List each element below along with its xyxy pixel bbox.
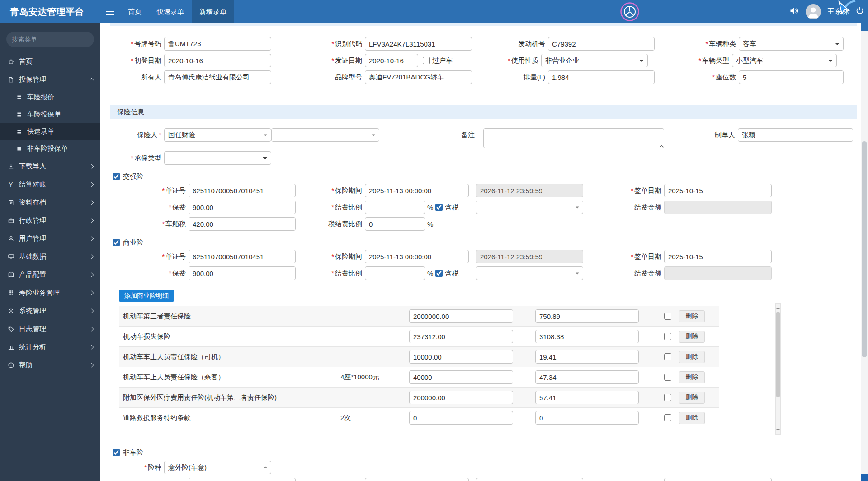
tax-included-checkbox[interactable] — [435, 270, 443, 277]
add-commercial-detail-button[interactable]: 添加商业险明细 — [119, 290, 174, 302]
sidebar-item-life-business[interactable]: 寿险业务管理 — [0, 284, 100, 302]
coverage-checkbox[interactable] — [664, 374, 671, 381]
sidebar-item-logs[interactable]: 日志管理 — [0, 320, 100, 338]
cropped-input[interactable] — [189, 478, 296, 481]
cropped-input[interactable] — [664, 478, 772, 481]
vin-input[interactable] — [365, 37, 472, 51]
coverage-amount-input[interactable] — [409, 391, 513, 404]
sidebar-item-administration[interactable]: 行政管理 — [0, 211, 100, 229]
sidebar-item-download[interactable]: 下载导入 — [0, 157, 100, 175]
delete-button[interactable]: 删除 — [679, 392, 705, 404]
coverage-premium-input[interactable] — [535, 391, 639, 404]
plate-input[interactable] — [164, 37, 271, 51]
coverage-premium-input[interactable] — [535, 309, 639, 323]
coverage-checkbox[interactable] — [664, 414, 671, 421]
non-vehicle-toggle[interactable]: 非车险 — [113, 448, 861, 457]
scroll-down-icon[interactable] — [776, 429, 780, 433]
ratio-input[interactable] — [365, 201, 425, 214]
insurer-select[interactable]: 国任财险 — [164, 128, 271, 142]
period-start-input[interactable] — [365, 250, 469, 263]
coverage-amount-input[interactable] — [409, 411, 513, 425]
settle-option-select[interactable] — [476, 201, 583, 214]
insurer-product-select[interactable] — [271, 128, 379, 142]
delete-button[interactable]: 删除 — [679, 351, 705, 363]
coverage-checkbox[interactable] — [664, 313, 671, 320]
scroll-up-icon[interactable] — [776, 305, 780, 309]
sidebar-item-users[interactable]: 用户管理 — [0, 229, 100, 248]
compulsory-toggle[interactable]: 交强险 — [113, 172, 861, 181]
insurance-type-select[interactable]: 意外险(车意) — [164, 461, 271, 474]
sidebar-item-system[interactable]: 系统管理 — [0, 302, 100, 320]
sidebar-subitem-policy-form[interactable]: 车险投保单 — [0, 106, 100, 123]
vessel-tax-input[interactable] — [189, 217, 296, 231]
sidebar-item-help[interactable]: 帮助 — [0, 356, 100, 374]
maker-input[interactable] — [738, 128, 853, 142]
commercial-checkbox[interactable] — [113, 239, 120, 246]
tax-included-checkbox[interactable] — [435, 204, 443, 211]
vehicle-kind-select[interactable]: 客车 — [739, 37, 844, 51]
coverage-premium-input[interactable] — [535, 411, 639, 425]
table-scrollbar[interactable] — [775, 303, 781, 435]
transfer-checkbox[interactable] — [423, 57, 430, 64]
remark-textarea[interactable] — [483, 128, 664, 148]
premium-input[interactable] — [189, 266, 296, 280]
scroll-top-button[interactable] — [861, 23, 868, 31]
doc-no-input[interactable] — [189, 250, 296, 263]
doc-no-input[interactable] — [189, 184, 296, 197]
coverage-premium-input[interactable] — [535, 370, 639, 384]
logout-button[interactable] — [855, 6, 864, 17]
seats-input[interactable] — [739, 70, 844, 84]
sidebar-item-settlement[interactable]: ¥ 结算对账 — [0, 175, 100, 193]
ratio-input[interactable] — [365, 266, 425, 280]
compulsory-checkbox[interactable] — [113, 173, 120, 180]
coverage-checkbox[interactable] — [664, 333, 671, 340]
nav-tab-home[interactable]: 首页 — [120, 0, 149, 23]
sign-date-input[interactable] — [664, 250, 772, 263]
sidebar-item-policy-management[interactable]: 投保管理 — [0, 70, 100, 89]
usage-select[interactable]: 非营业企业 — [541, 54, 648, 67]
sidebar-item-statistics[interactable]: 统计分析 — [0, 338, 100, 356]
sidebar-subitem-non-vehicle-form[interactable]: 非车险投保单 — [0, 140, 100, 157]
cropped-input[interactable] — [365, 478, 469, 481]
sidebar-subitem-quick-entry[interactable]: 快速录单 — [0, 123, 100, 140]
page-scrollbar-thumb[interactable] — [862, 141, 867, 357]
user-avatar[interactable] — [806, 4, 821, 19]
premium-input[interactable] — [189, 201, 296, 214]
owner-input[interactable] — [164, 70, 271, 84]
vessel-ratio-input[interactable] — [365, 217, 425, 231]
settle-option-select[interactable] — [476, 266, 583, 280]
menu-search-input[interactable] — [12, 36, 94, 43]
coverage-amount-input[interactable] — [409, 350, 513, 364]
displacement-input[interactable] — [548, 70, 655, 84]
sign-date-input[interactable] — [664, 184, 772, 197]
vehicle-type-select[interactable]: 小型汽车 — [732, 54, 837, 67]
issue-date-input[interactable] — [365, 54, 418, 67]
delete-button[interactable]: 删除 — [679, 331, 705, 343]
coverage-amount-input[interactable] — [409, 370, 513, 384]
page-scrollbar[interactable] — [861, 23, 868, 481]
nav-tab-new-entry[interactable]: 新增录单 — [192, 0, 234, 23]
hamburger-button[interactable] — [100, 0, 120, 23]
coverage-type-select[interactable] — [164, 151, 271, 165]
coverage-premium-input[interactable] — [535, 350, 639, 364]
coverage-checkbox[interactable] — [664, 394, 671, 401]
period-start-input[interactable] — [365, 184, 469, 197]
delete-button[interactable]: 删除 — [679, 412, 705, 424]
nav-tab-quick-entry[interactable]: 快速录单 — [149, 0, 192, 23]
sidebar-item-home[interactable]: 首页 — [0, 52, 100, 70]
coverage-amount-input[interactable] — [409, 309, 513, 323]
coverage-amount-input[interactable] — [409, 330, 513, 343]
sidebar-item-archive[interactable]: 资料存档 — [0, 193, 100, 211]
delete-button[interactable]: 删除 — [679, 310, 705, 322]
coverage-checkbox[interactable] — [664, 353, 671, 360]
scrollbar-thumb[interactable] — [776, 312, 780, 397]
delete-button[interactable]: 删除 — [679, 371, 705, 383]
sound-button[interactable] — [789, 6, 799, 17]
sidebar-item-base-data[interactable]: 基础数据 — [0, 248, 100, 266]
scroll-bottom-button[interactable] — [861, 474, 868, 481]
sidebar-subitem-quote[interactable]: 车险报价 — [0, 89, 100, 106]
first-reg-input[interactable] — [164, 54, 271, 67]
engine-input[interactable] — [548, 37, 655, 51]
cropped-input[interactable] — [476, 478, 583, 481]
commercial-toggle[interactable]: 商业险 — [113, 238, 861, 247]
